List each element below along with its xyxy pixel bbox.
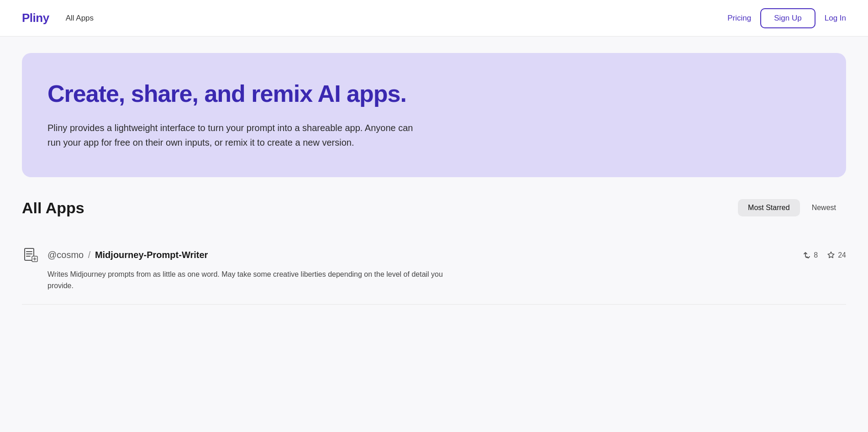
app-stats: 8 24 — [803, 251, 846, 259]
star-number: 24 — [838, 251, 846, 259]
nav-left: Pliny All Apps — [22, 11, 94, 25]
app-description: Writes Midjourney prompts from as little… — [47, 269, 458, 292]
hero-description: Pliny provides a lightweight interface t… — [47, 121, 422, 150]
app-list: @cosmo / Midjourney-Prompt-Writer 8 — [22, 233, 846, 305]
nav-all-apps[interactable]: All Apps — [66, 14, 94, 23]
remix-count: 8 — [803, 251, 818, 259]
nav-right: Pricing Sign Up Log In — [727, 8, 846, 28]
brand-logo[interactable]: Pliny — [22, 11, 49, 25]
hero-section: Create, share, and remix AI apps. Pliny … — [22, 53, 846, 177]
login-link[interactable]: Log In — [825, 14, 846, 23]
star-icon — [827, 251, 835, 259]
sort-most-starred[interactable]: Most Starred — [738, 199, 800, 216]
app-icon — [22, 246, 40, 264]
remix-number: 8 — [814, 251, 818, 259]
sort-newest[interactable]: Newest — [802, 199, 846, 216]
sort-buttons: Most Starred Newest — [738, 199, 846, 216]
apps-section-title: All Apps — [22, 199, 84, 217]
navbar: Pliny All Apps Pricing Sign Up Log In — [0, 0, 868, 37]
app-item-header: @cosmo / Midjourney-Prompt-Writer 8 — [22, 246, 846, 264]
hero-title: Create, share, and remix AI apps. — [47, 80, 821, 108]
remix-icon — [803, 251, 811, 259]
app-name: @cosmo / Midjourney-Prompt-Writer — [47, 250, 208, 260]
app-title: Midjourney-Prompt-Writer — [95, 250, 208, 260]
app-title-row: @cosmo / Midjourney-Prompt-Writer — [22, 246, 208, 264]
apps-header: All Apps Most Starred Newest — [22, 199, 846, 217]
apps-section: All Apps Most Starred Newest — [22, 199, 846, 305]
app-item[interactable]: @cosmo / Midjourney-Prompt-Writer 8 — [22, 233, 846, 305]
star-count: 24 — [827, 251, 846, 259]
nav-pricing[interactable]: Pricing — [727, 14, 751, 23]
app-author: @cosmo — [47, 250, 84, 260]
signup-button[interactable]: Sign Up — [760, 8, 815, 28]
